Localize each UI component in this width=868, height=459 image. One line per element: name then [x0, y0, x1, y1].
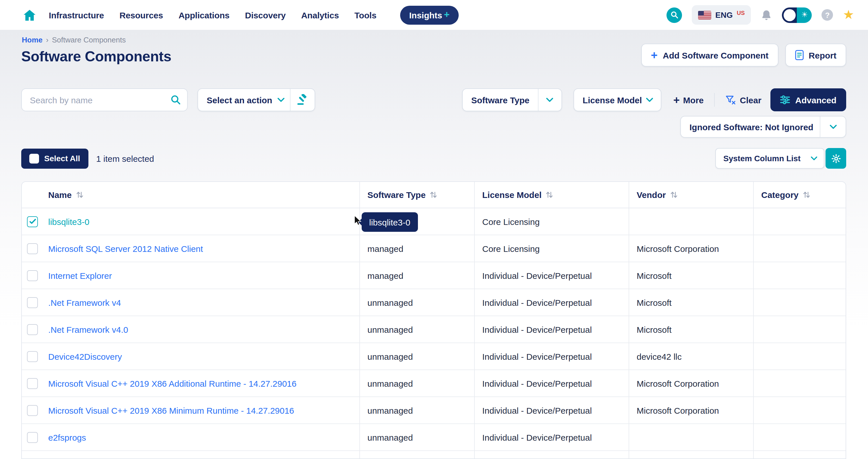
software-type-cell: managed — [360, 235, 474, 262]
ignored-software-dropdown[interactable]: Ignored Software: Not Ignored — [680, 116, 846, 138]
favorites-star-icon[interactable]: ★ — [843, 9, 854, 21]
table-row: Microsoft SQL Server 2012 Native Client … — [22, 235, 846, 262]
name-cell: libsqlite3-0 — [48, 208, 360, 235]
license-model-filter-dropdown[interactable]: License Model — [574, 88, 661, 111]
software-name-link[interactable]: Device42Discovery — [48, 352, 122, 361]
software-name-link[interactable]: e2fsprogs — [48, 432, 86, 442]
vendor-value: Microsoft Corporation — [637, 405, 719, 415]
clear-filter-icon — [725, 95, 736, 105]
row-checkbox[interactable] — [27, 351, 38, 362]
chevron-down-icon — [820, 125, 846, 129]
report-button[interactable]: Report — [785, 43, 846, 67]
column-header-license-model[interactable]: License Model — [474, 182, 629, 208]
search-input[interactable] — [21, 88, 188, 111]
breadcrumb-current: Software Components — [52, 36, 126, 44]
breadcrumb-home-link[interactable]: Home — [22, 36, 42, 44]
nav-item-tools[interactable]: Tools — [354, 10, 377, 20]
license-model-cell: Core Licensing — [474, 235, 629, 262]
checkbox-cell — [22, 343, 48, 369]
sliders-icon — [780, 95, 790, 104]
select-action-dropdown[interactable]: Select an action — [197, 88, 315, 111]
vendor-cell: Microsoft — [629, 289, 753, 316]
row-checkbox[interactable] — [27, 243, 38, 254]
category-cell — [753, 289, 846, 316]
chevron-down-icon — [811, 156, 817, 161]
row-checkbox[interactable] — [27, 378, 38, 389]
nav-item-applications[interactable]: Applications — [179, 10, 229, 20]
name-cell: .Net Framework v4 — [48, 289, 360, 316]
gavel-icon — [297, 94, 308, 105]
insights-label: Insights — [409, 10, 442, 20]
vendor-cell: Microsoft Corporation — [629, 370, 753, 396]
sort-icon[interactable] — [670, 191, 678, 198]
row-checkbox[interactable] — [27, 216, 38, 227]
software-name-link[interactable]: Microsoft Visual C++ 2019 X86 Minimum Ru… — [48, 405, 294, 415]
select-all-checkbox[interactable] — [29, 154, 39, 163]
software-name-link[interactable]: .Net Framework v4 — [48, 297, 121, 307]
license-model-value: Core Licensing — [482, 243, 539, 253]
notifications-bell-icon[interactable] — [761, 9, 772, 21]
table-row: .Net Framework v4 unmanaged Individual -… — [22, 289, 846, 316]
nav-item-infrastructure[interactable]: Infrastructure — [49, 10, 104, 20]
add-software-component-button[interactable]: + Add Software Component — [641, 43, 778, 67]
sort-icon[interactable] — [546, 191, 554, 198]
license-model-value: Individual - Device/Perpetual — [482, 379, 592, 388]
table-row: Internet Explorer managed Individual - D… — [22, 262, 846, 289]
sort-icon[interactable] — [76, 191, 84, 198]
software-name-link[interactable]: Internet Explorer — [48, 270, 112, 280]
column-header-name[interactable]: Name — [48, 182, 360, 208]
nav-item-discovery[interactable]: Discovery — [245, 10, 286, 20]
column-header-category[interactable]: Category — [753, 182, 846, 208]
nav-item-resources[interactable]: Resources — [119, 10, 163, 20]
vendor-value: Microsoft Corporation — [637, 379, 719, 388]
row-checkbox[interactable] — [27, 297, 38, 308]
help-icon[interactable]: ? — [822, 9, 833, 21]
search-icon[interactable] — [170, 95, 181, 105]
name-cell: Microsoft Visual C++ 2019 X86 Minimum Ru… — [48, 397, 360, 423]
home-icon[interactable] — [23, 9, 36, 21]
insights-plus-icon: + — [444, 9, 450, 21]
license-model-cell: Individual - Device/Perpetual — [474, 397, 629, 423]
plus-icon: + — [651, 50, 658, 61]
row-checkbox[interactable] — [27, 432, 38, 442]
row-checkbox[interactable] — [27, 270, 38, 281]
row-checkbox[interactable] — [27, 324, 38, 335]
us-flag-icon — [698, 11, 711, 19]
theme-toggle[interactable]: ☀ — [782, 7, 812, 23]
table-row: libsqlite3-0 Core Licensing — [22, 208, 846, 235]
plus-icon: + — [673, 94, 680, 105]
license-model-value: Core Licensing — [482, 217, 539, 226]
advanced-label: Advanced — [795, 95, 836, 105]
software-type-value: unmanaged — [367, 297, 413, 307]
apply-action-button[interactable] — [290, 94, 315, 105]
row-checkbox[interactable] — [27, 405, 38, 416]
software-name-link[interactable]: Microsoft Visual C++ 2019 X86 Additional… — [48, 379, 297, 388]
advanced-filters-button[interactable]: Advanced — [771, 88, 846, 111]
column-header-vendor[interactable]: Vendor — [629, 182, 753, 208]
column-header-software-type[interactable]: Software Type — [360, 182, 474, 208]
insights-plus-button[interactable]: Insights + — [400, 5, 459, 24]
table-row: Microsoft Visual C++ 2019 X86 Minimum Ru… — [22, 397, 846, 424]
software-name-link[interactable]: libsqlite3-0 — [48, 217, 89, 226]
nav-item-analytics[interactable]: Analytics — [301, 10, 339, 20]
software-name-link[interactable]: .Net Framework v4.0 — [48, 324, 128, 334]
software-type-filter-dropdown[interactable]: Software Type — [462, 88, 562, 111]
global-search-button[interactable] — [666, 7, 682, 23]
sort-icon[interactable] — [803, 191, 811, 198]
column-list-dropdown[interactable]: System Column List — [715, 148, 825, 169]
license-model-cell: Individual - Device/Perpetual — [474, 343, 629, 369]
more-filters-button[interactable]: + More — [673, 94, 704, 105]
category-cell — [753, 316, 846, 342]
vendor-cell: device42 llc — [629, 343, 753, 369]
filter-row: Select an action Software Type License M… — [21, 88, 846, 111]
vendor-cell: Microsoft Corporation — [629, 397, 753, 423]
software-type-cell: unmanaged — [360, 370, 474, 396]
select-all-button[interactable]: Select All — [21, 148, 88, 168]
checkbox-cell — [22, 289, 48, 316]
column-settings-button[interactable] — [826, 148, 846, 169]
clear-filters-button[interactable]: Clear — [725, 95, 762, 105]
license-model-cell: Individual - Device/Perpetual — [474, 370, 629, 396]
software-name-link[interactable]: Microsoft SQL Server 2012 Native Client — [48, 243, 203, 253]
sort-icon[interactable] — [430, 191, 438, 198]
language-selector[interactable]: ENG US — [692, 5, 751, 25]
